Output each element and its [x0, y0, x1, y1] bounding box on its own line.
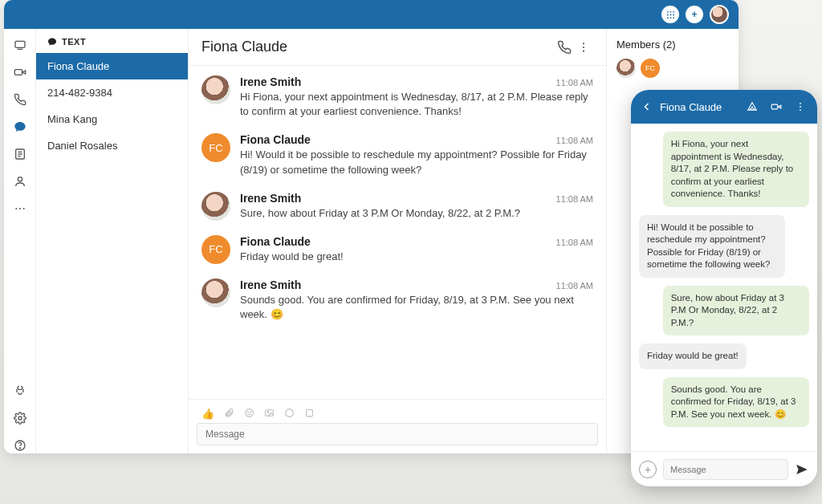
- help-icon[interactable]: [12, 437, 28, 453]
- message-sender: Irene Smith: [240, 278, 301, 291]
- mobile-compose: +: [631, 451, 817, 486]
- message-avatar: [201, 192, 230, 221]
- members-title: Members (2): [616, 39, 729, 51]
- svg-point-16: [18, 417, 22, 420]
- apps-icon[interactable]: [12, 383, 28, 399]
- gif-icon[interactable]: [284, 408, 295, 420]
- conversation-item[interactable]: Fiona Claude: [36, 53, 188, 79]
- app-top-bar: +: [4, 0, 739, 29]
- conversation-list: TEXT Fiona Claude214-482-9384Mina KangDa…: [36, 29, 189, 453]
- svg-point-18: [19, 448, 20, 449]
- svg-rect-32: [771, 104, 778, 109]
- svg-point-22: [246, 409, 254, 417]
- message-avatar: FC: [201, 235, 230, 264]
- mobile-compose-input[interactable]: [663, 459, 788, 480]
- members-icon[interactable]: [747, 101, 758, 112]
- svg-point-34: [800, 106, 801, 108]
- svg-point-19: [583, 43, 584, 44]
- message-row: Irene Smith11:08 AMSure, how about Frida…: [201, 192, 593, 221]
- back-button[interactable]: [642, 102, 652, 112]
- more-icon[interactable]: [12, 201, 28, 217]
- mobile-message-bubble: Friday would be great!: [639, 343, 747, 369]
- svg-point-21: [583, 50, 584, 51]
- svg-point-29: [751, 107, 752, 108]
- svg-rect-9: [15, 41, 25, 47]
- members-avatar-row: FC: [616, 59, 729, 78]
- conversation-item[interactable]: Daniel Rosales: [36, 132, 188, 159]
- phone-icon[interactable]: [12, 91, 28, 108]
- svg-point-3: [666, 14, 668, 15]
- message-avatar: [201, 278, 230, 307]
- contacts-icon[interactable]: [12, 173, 28, 189]
- message-text: Sure, how about Friday at 3 P.M Or Monda…: [240, 206, 593, 221]
- mobile-attach-button[interactable]: +: [639, 461, 657, 478]
- chat-more-button[interactable]: [574, 38, 593, 57]
- dialpad-button[interactable]: [661, 6, 679, 23]
- svg-point-30: [751, 108, 751, 109]
- note-icon[interactable]: [304, 408, 315, 420]
- message-row: Irene Smith11:08 AMSounds good. You are …: [201, 278, 593, 322]
- profile-avatar[interactable]: [710, 5, 729, 24]
- tasks-icon[interactable]: [12, 146, 28, 162]
- svg-point-1: [669, 10, 671, 12]
- conversation-item[interactable]: 214-482-9384: [36, 79, 188, 106]
- message-row: FCFiona Claude11:08 AMHi! Would it be po…: [201, 133, 593, 177]
- mobile-send-button[interactable]: [795, 462, 809, 477]
- message-text: Sounds good. You are confirmed for Frida…: [240, 293, 593, 322]
- conversation-item[interactable]: Mina Kang: [36, 106, 188, 132]
- chat-header: Fiona Claude: [189, 29, 606, 66]
- compose-area: 👍: [189, 399, 606, 453]
- mobile-more-icon[interactable]: [795, 101, 806, 112]
- svg-point-2: [673, 10, 674, 12]
- image-icon[interactable]: [264, 408, 275, 420]
- mobile-message-bubble: Hi Fiona, your next appointment is Wedne…: [663, 132, 809, 207]
- thumbs-up-icon[interactable]: 👍: [201, 408, 214, 420]
- desktop-messaging-app: + TEXT Fiona Claude214-482-9384Mina K: [4, 0, 739, 453]
- mobile-header: Fiona Claude: [631, 90, 817, 124]
- compose-toolbar: 👍: [197, 404, 598, 423]
- emoji-icon[interactable]: [244, 408, 254, 420]
- mobile-message-bubble: Sounds good. You are confirmed for Frida…: [663, 377, 809, 428]
- message-avatar: [201, 75, 230, 104]
- video-icon[interactable]: [12, 64, 28, 80]
- attach-icon[interactable]: [224, 408, 234, 420]
- svg-point-14: [19, 208, 21, 209]
- svg-point-27: [286, 409, 294, 417]
- message-time: 11:08 AM: [556, 136, 593, 145]
- svg-point-31: [753, 108, 754, 109]
- svg-point-7: [669, 17, 671, 18]
- svg-point-12: [18, 177, 22, 181]
- message-sender: Fiona Claude: [240, 235, 311, 248]
- svg-point-24: [250, 412, 251, 413]
- svg-point-33: [800, 103, 801, 104]
- mobile-messaging-app: Fiona Claude Hi Fiona, your next appoint…: [631, 90, 817, 486]
- svg-point-35: [800, 109, 801, 111]
- svg-point-5: [673, 14, 674, 15]
- chat-bubble-icon: [47, 37, 57, 47]
- compose-input[interactable]: [197, 423, 598, 445]
- messages-icon[interactable]: [12, 37, 28, 53]
- message-row: Irene Smith11:08 AMHi Fiona, your next a…: [201, 75, 593, 119]
- mobile-message-bubble: Sure, how about Friday at 3 P.M Or Monda…: [663, 286, 809, 336]
- svg-point-20: [583, 46, 584, 47]
- message-text: Friday would be great!: [240, 250, 593, 264]
- add-button[interactable]: +: [686, 6, 703, 23]
- message-row: FCFiona Claude11:08 AMFriday would be gr…: [201, 235, 593, 264]
- call-button[interactable]: [555, 38, 574, 57]
- mobile-message-bubble: Hi! Would it be possible to reschedule m…: [639, 215, 785, 278]
- member-avatar[interactable]: FC: [641, 59, 660, 78]
- nav-rail: [4, 29, 36, 453]
- svg-rect-28: [307, 409, 313, 417]
- svg-point-0: [666, 10, 668, 12]
- svg-point-6: [666, 17, 668, 18]
- message-text: Hi Fiona, your next appointment is Wedne…: [240, 90, 593, 119]
- member-avatar[interactable]: [616, 59, 636, 78]
- settings-icon[interactable]: [12, 410, 28, 426]
- chat-title: Fiona Claude: [201, 39, 555, 55]
- mobile-video-icon[interactable]: [771, 101, 782, 112]
- message-list: Irene Smith11:08 AMHi Fiona, your next a…: [189, 66, 606, 399]
- chat-icon[interactable]: [12, 119, 28, 135]
- svg-point-23: [247, 412, 248, 413]
- svg-point-26: [267, 412, 269, 413]
- svg-point-13: [15, 208, 17, 209]
